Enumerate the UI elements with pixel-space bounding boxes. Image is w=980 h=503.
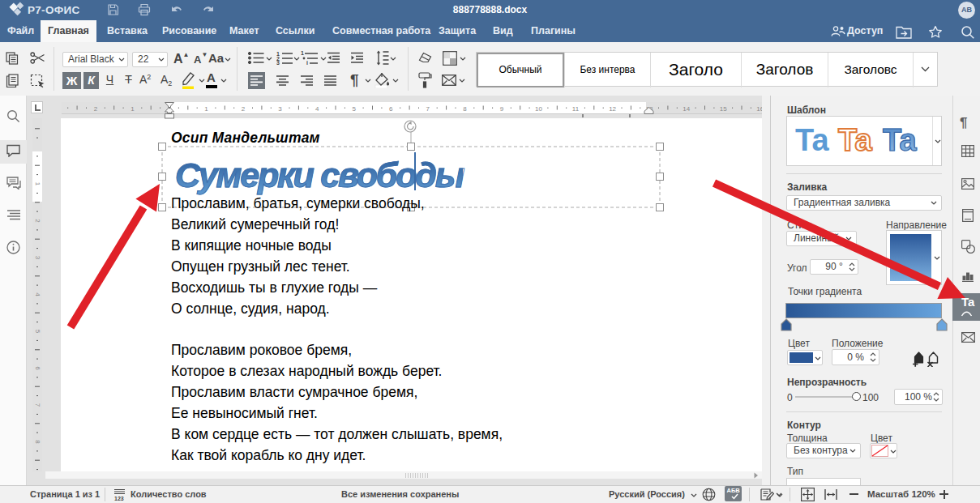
svg-text:9: 9 [500, 105, 504, 113]
svg-text:6: 6 [389, 105, 393, 113]
svg-text:4: 4 [34, 292, 41, 296]
svg-text:3: 3 [278, 105, 282, 113]
svg-text:5: 5 [34, 330, 41, 334]
svg-text:10: 10 [535, 105, 542, 113]
svg-text:123: 123 [114, 496, 124, 501]
svg-text:8: 8 [34, 440, 41, 444]
svg-text:11: 11 [572, 105, 580, 113]
svg-text:1: 1 [131, 105, 135, 113]
svg-text:16: 16 [756, 105, 762, 113]
svg-text:6: 6 [34, 366, 41, 370]
svg-text:1: 1 [204, 105, 208, 113]
svg-text:15: 15 [720, 105, 727, 113]
svg-text:14: 14 [683, 105, 690, 113]
svg-text:3: 3 [34, 256, 41, 260]
svg-text:12: 12 [609, 105, 616, 113]
svg-text:i: i [306, 60, 308, 65]
svg-text:1: 1 [34, 182, 41, 186]
svg-text:2: 2 [242, 105, 246, 113]
svg-text:2: 2 [34, 219, 41, 223]
svg-text:3: 3 [276, 60, 280, 65]
svg-text:7: 7 [34, 403, 41, 407]
svg-text:7: 7 [426, 105, 430, 113]
svg-text:2: 2 [94, 105, 98, 113]
svg-text:5: 5 [353, 105, 357, 113]
svg-text:1: 1 [301, 50, 304, 56]
svg-text:8: 8 [463, 105, 467, 113]
svg-text:4: 4 [315, 105, 319, 113]
